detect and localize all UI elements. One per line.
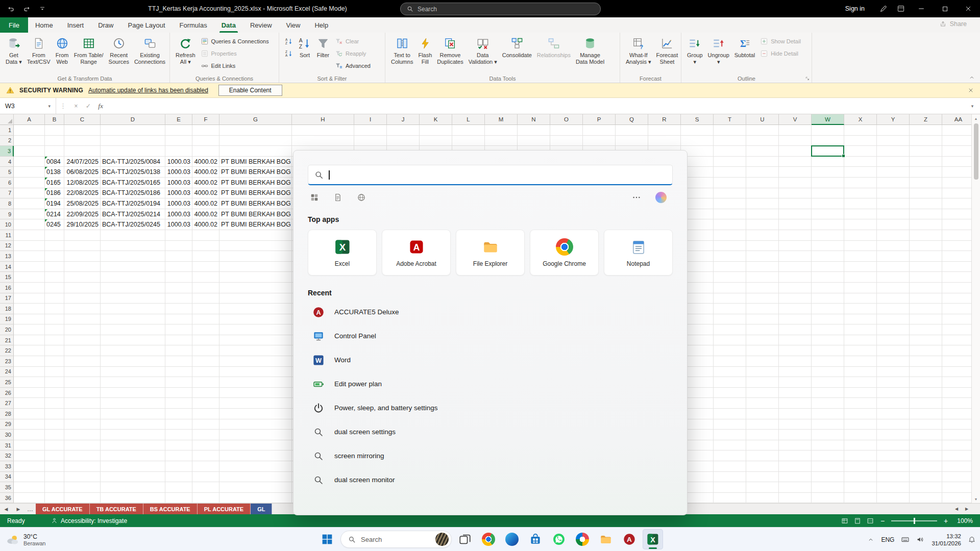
cell-B19[interactable] bbox=[45, 314, 64, 325]
cell-B17[interactable] bbox=[45, 293, 64, 304]
cell-T24[interactable] bbox=[714, 367, 746, 378]
cell-W22[interactable] bbox=[812, 345, 844, 356]
cell-C23[interactable] bbox=[64, 356, 101, 367]
row-header-26[interactable]: 26 bbox=[0, 388, 14, 398]
column-header-z[interactable]: Z bbox=[910, 114, 942, 125]
cell-AA26[interactable] bbox=[942, 388, 971, 398]
cell-G34[interactable] bbox=[219, 472, 292, 483]
row-header-11[interactable]: 11 bbox=[0, 230, 14, 241]
cell-I2[interactable] bbox=[354, 136, 387, 146]
cell-Y16[interactable] bbox=[877, 283, 910, 293]
cell-V23[interactable] bbox=[779, 356, 812, 367]
cell-X36[interactable] bbox=[844, 493, 877, 503]
cell-X4[interactable] bbox=[844, 157, 877, 167]
queries-connections-button[interactable]: Queries & Connections bbox=[198, 36, 272, 47]
cell-X17[interactable] bbox=[844, 293, 877, 304]
cell-G11[interactable] bbox=[219, 230, 292, 241]
cell-W18[interactable] bbox=[812, 304, 844, 314]
cell-U18[interactable] bbox=[746, 304, 779, 314]
cell-AA25[interactable] bbox=[942, 377, 971, 388]
cell-Y31[interactable] bbox=[877, 440, 910, 451]
cell-Z17[interactable] bbox=[910, 293, 942, 304]
cell-X33[interactable] bbox=[844, 461, 877, 472]
cell-F20[interactable] bbox=[192, 324, 219, 335]
ribbon-tab-data[interactable]: Data bbox=[214, 17, 243, 33]
taskbar-icon-google-chrome[interactable] bbox=[478, 529, 499, 549]
cell-D14[interactable] bbox=[101, 262, 165, 272]
cell-X26[interactable] bbox=[844, 388, 877, 398]
cell-Y36[interactable] bbox=[877, 493, 910, 503]
cell-X29[interactable] bbox=[844, 419, 877, 430]
recent-item-screen-mirroring[interactable]: screen mirroring bbox=[308, 444, 673, 468]
cell-T22[interactable] bbox=[714, 345, 746, 356]
cell-Z5[interactable] bbox=[910, 167, 942, 178]
ribbon-tab-draw[interactable]: Draw bbox=[91, 17, 120, 33]
cell-C2[interactable] bbox=[64, 136, 101, 146]
cell-AA1[interactable] bbox=[942, 125, 971, 136]
insert-function-button[interactable]: fx bbox=[94, 102, 107, 110]
cell-X16[interactable] bbox=[844, 283, 877, 293]
cell-G15[interactable] bbox=[219, 272, 292, 283]
cell-Y8[interactable] bbox=[877, 198, 910, 209]
column-header-x[interactable]: X bbox=[844, 114, 877, 125]
cell-F26[interactable] bbox=[192, 388, 219, 398]
sheet-tab-gl-accurate[interactable]: GL ACCURATE bbox=[36, 504, 90, 514]
cell-P2[interactable] bbox=[583, 136, 616, 146]
cell-E19[interactable] bbox=[165, 314, 192, 325]
row-header-18[interactable]: 18 bbox=[0, 304, 14, 314]
cell-Y34[interactable] bbox=[877, 472, 910, 483]
row-header-22[interactable]: 22 bbox=[0, 345, 14, 356]
cell-U28[interactable] bbox=[746, 409, 779, 419]
cell-AA31[interactable] bbox=[942, 440, 971, 451]
cell-W24[interactable] bbox=[812, 367, 844, 378]
cell-V17[interactable] bbox=[779, 293, 812, 304]
cell-AA28[interactable] bbox=[942, 409, 971, 419]
taskbar-icon-file-explorer[interactable] bbox=[596, 529, 616, 549]
cell-X12[interactable] bbox=[844, 241, 877, 252]
cell-E8[interactable]: 1000.03 bbox=[165, 198, 192, 209]
cell-S1[interactable] bbox=[681, 125, 714, 136]
cell-C34[interactable] bbox=[64, 472, 101, 483]
cell-F15[interactable] bbox=[192, 272, 219, 283]
top-app-file-explorer[interactable]: File Explorer bbox=[456, 230, 525, 276]
cell-W28[interactable] bbox=[812, 409, 844, 419]
cell-U13[interactable] bbox=[746, 251, 779, 262]
zoom-slider-thumb[interactable] bbox=[914, 518, 915, 524]
cell-AA4[interactable] bbox=[942, 157, 971, 167]
cell-E28[interactable] bbox=[165, 409, 192, 419]
cell-B15[interactable] bbox=[45, 272, 64, 283]
cell-C4[interactable]: 24/07/2025 bbox=[64, 157, 101, 167]
row-header-33[interactable]: 33 bbox=[0, 461, 14, 472]
cell-E33[interactable] bbox=[165, 461, 192, 472]
column-header-g[interactable]: G bbox=[219, 114, 292, 125]
cell-E27[interactable] bbox=[165, 398, 192, 409]
cell-W29[interactable] bbox=[812, 419, 844, 430]
cell-V30[interactable] bbox=[779, 430, 812, 440]
cell-W4[interactable] bbox=[812, 157, 844, 167]
taskbar-icon-excel[interactable]: X bbox=[643, 529, 663, 549]
cell-T35[interactable] bbox=[714, 482, 746, 493]
cell-B34[interactable] bbox=[45, 472, 64, 483]
cell-V32[interactable] bbox=[779, 450, 812, 461]
recent-item-power-sleep-and-battery-settings[interactable]: Power, sleep, and battery settings bbox=[308, 396, 673, 420]
cell-U2[interactable] bbox=[746, 136, 779, 146]
cell-Y22[interactable] bbox=[877, 345, 910, 356]
cell-U20[interactable] bbox=[746, 324, 779, 335]
cell-M2[interactable] bbox=[485, 136, 518, 146]
refresh-all-button[interactable]: RefreshAll ▾ bbox=[173, 34, 198, 65]
row-header-1[interactable]: 1 bbox=[0, 125, 14, 136]
cell-Z6[interactable] bbox=[910, 178, 942, 188]
minimize-button[interactable] bbox=[910, 0, 933, 17]
cell-Y30[interactable] bbox=[877, 430, 910, 440]
cell-Z28[interactable] bbox=[910, 409, 942, 419]
cell-C12[interactable] bbox=[64, 241, 101, 252]
cell-B5[interactable]: 0138 bbox=[45, 167, 64, 178]
cell-T19[interactable] bbox=[714, 314, 746, 325]
cell-E3[interactable] bbox=[165, 146, 192, 157]
cell-G14[interactable] bbox=[219, 262, 292, 272]
cell-Y11[interactable] bbox=[877, 230, 910, 241]
from-web-button[interactable]: FromWeb bbox=[53, 34, 71, 65]
cell-Z3[interactable] bbox=[910, 146, 942, 157]
cell-U25[interactable] bbox=[746, 377, 779, 388]
cell-W34[interactable] bbox=[812, 472, 844, 483]
